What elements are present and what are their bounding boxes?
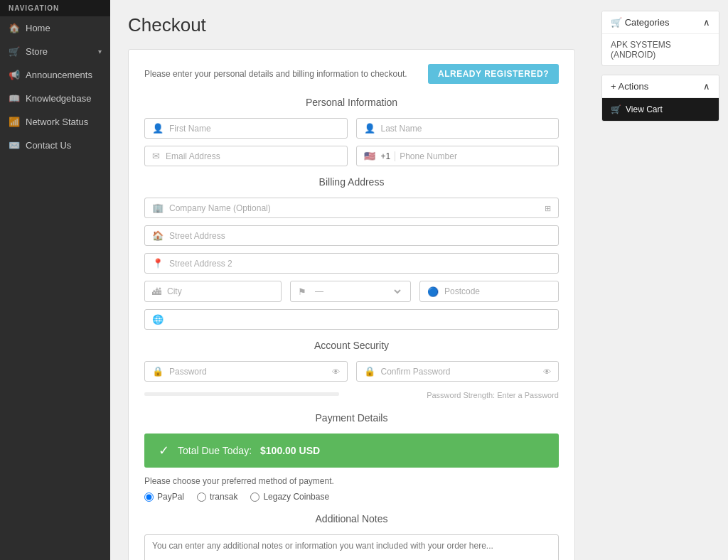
email-icon: ✉ xyxy=(152,151,160,161)
sidebar-nav-header: NAVIGATION xyxy=(0,0,110,16)
actions-widget-header: + Actions ∧ xyxy=(602,75,719,98)
collapse-icon[interactable]: ∧ xyxy=(703,17,710,28)
payment-methods-label: Please choose your preferred method of p… xyxy=(144,476,559,486)
state-select[interactable]: — xyxy=(312,286,403,297)
sidebar-item-label: Contact Us xyxy=(26,140,71,151)
country-group: 🌐 United States xyxy=(144,309,559,330)
password-row: 🔒 👁 🔒 👁 xyxy=(144,361,559,382)
postcode-input[interactable] xyxy=(444,286,551,296)
sidebar-item-store[interactable]: 🛒 Store ▾ xyxy=(0,40,110,63)
page-title: Checkout xyxy=(128,14,575,36)
paypal-radio[interactable] xyxy=(144,492,154,502)
announcements-icon: 📢 xyxy=(9,70,20,80)
flag-icon: 🇺🇸 xyxy=(364,151,375,161)
view-cart-button[interactable]: 🛒 View Cart xyxy=(602,98,719,121)
categories-widget: 🛒 Categories ∧ APK SYSTEMS (ANDROID) xyxy=(601,11,719,66)
dropdown-arrow-icon: ⊞ xyxy=(545,203,551,212)
first-name-input[interactable] xyxy=(169,124,340,134)
already-registered-button[interactable]: ALREADY REGISTERED? xyxy=(428,64,559,84)
additional-notes-textarea[interactable] xyxy=(144,534,559,560)
payment-methods: PayPal transak Legazy Coinbase xyxy=(144,492,559,502)
categories-widget-header: 🛒 Categories ∧ xyxy=(602,11,719,34)
street1-input[interactable] xyxy=(169,231,551,241)
account-security-title: Account Security xyxy=(144,340,559,351)
main-content: Checkout Please enter your personal deta… xyxy=(110,0,593,560)
transak-label: transak xyxy=(210,492,237,502)
country-input[interactable]: United States xyxy=(169,315,551,325)
collapse-icon-2[interactable]: ∧ xyxy=(703,81,710,92)
lock-icon-2: 🔒 xyxy=(364,366,375,377)
person-icon-2: 👤 xyxy=(364,123,375,134)
sidebar-item-knowledgebase[interactable]: 📖 Knowledgebase xyxy=(0,87,110,110)
lock-icon: 🔒 xyxy=(152,366,164,377)
city-input[interactable] xyxy=(167,286,274,296)
last-name-group: 👤 xyxy=(356,118,560,139)
categories-header-label: 🛒 Categories xyxy=(611,17,670,28)
plus-icon: + xyxy=(611,81,616,92)
password-toggle-button[interactable]: 👁 xyxy=(332,367,340,376)
legazy-option[interactable]: Legazy Coinbase xyxy=(250,492,329,502)
company-input[interactable] xyxy=(169,203,551,213)
sidebar-item-home[interactable]: 🏠 Home xyxy=(0,16,110,40)
confirm-password-group: 🔒 👁 xyxy=(356,361,560,382)
total-label: Total Due Today: xyxy=(178,445,252,456)
password-strength-bar xyxy=(144,392,339,396)
view-cart-label: View Cart xyxy=(626,104,663,114)
transak-option[interactable]: transak xyxy=(197,492,237,502)
state-group: ⚑ — xyxy=(290,281,411,302)
street2-input[interactable] xyxy=(169,259,551,269)
confirm-password-toggle-button[interactable]: 👁 xyxy=(543,367,551,376)
street2-row: 📍 xyxy=(144,253,559,274)
additional-notes-title: Additional Notes xyxy=(144,513,559,524)
sidebar-item-network-status[interactable]: 📶 Network Status xyxy=(0,110,110,134)
sidebar-item-label: Home xyxy=(26,23,50,33)
checkout-header: Please enter your personal details and b… xyxy=(144,64,559,84)
street-icon: 🏠 xyxy=(152,230,164,241)
category-item[interactable]: APK SYSTEMS (ANDROID) xyxy=(602,34,719,65)
phone-group: 🇺🇸 +1 xyxy=(356,146,560,166)
actions-widget: + Actions ∧ 🛒 View Cart xyxy=(601,75,719,122)
total-amount: $100.00 USD xyxy=(260,445,320,456)
password-group: 🔒 👁 xyxy=(144,361,348,382)
password-input[interactable] xyxy=(169,367,332,377)
legazy-label: Legazy Coinbase xyxy=(263,492,329,502)
city-state-row: 🏙 ⚑ — 🔵 xyxy=(144,281,559,302)
transak-radio[interactable] xyxy=(197,492,206,502)
legazy-radio[interactable] xyxy=(250,492,259,502)
actions-label: Actions xyxy=(619,81,649,92)
categories-label: Categories xyxy=(625,17,670,28)
checkmark-icon: ✓ xyxy=(159,443,169,458)
first-name-group: 👤 xyxy=(144,118,348,139)
billing-address-title: Billing Address xyxy=(144,176,559,188)
confirm-password-input[interactable] xyxy=(381,367,544,377)
street1-group: 🏠 xyxy=(144,225,559,246)
paypal-option[interactable]: PayPal xyxy=(144,492,184,502)
chevron-icon: ▾ xyxy=(98,48,102,55)
building-icon: 🏢 xyxy=(152,203,164,213)
phone-prefix: +1 xyxy=(381,151,396,161)
postcode-icon: 🔵 xyxy=(427,286,439,297)
cart-icon-2: 🛒 xyxy=(611,104,621,114)
contact-icon: ✉️ xyxy=(9,140,20,151)
country-row: 🌐 United States xyxy=(144,309,559,330)
phone-input[interactable] xyxy=(400,151,551,161)
last-name-input[interactable] xyxy=(381,124,552,134)
person-icon: 👤 xyxy=(152,123,164,134)
sidebar: NAVIGATION 🏠 Home 🛒 Store ▾ 📢 Announceme… xyxy=(0,0,110,560)
knowledgebase-icon: 📖 xyxy=(9,93,20,104)
right-sidebar: 🛒 Categories ∧ APK SYSTEMS (ANDROID) + A… xyxy=(593,0,728,560)
sidebar-item-announcements[interactable]: 📢 Announcements xyxy=(0,63,110,87)
email-input[interactable] xyxy=(166,151,340,161)
checkout-intro-text: Please enter your personal details and b… xyxy=(144,69,407,79)
sidebar-item-contact-us[interactable]: ✉️ Contact Us xyxy=(0,134,110,157)
cart-icon: 🛒 xyxy=(611,17,622,28)
paypal-label: PayPal xyxy=(157,492,184,502)
password-strength-text: Password Strength: Enter a Password xyxy=(427,391,559,399)
sidebar-item-label: Store xyxy=(26,46,48,57)
network-icon: 📶 xyxy=(9,117,20,127)
actions-header-label: + Actions xyxy=(611,81,648,92)
email-group: ✉ xyxy=(144,146,348,166)
store-icon: 🛒 xyxy=(9,46,20,57)
personal-info-title: Personal Information xyxy=(144,97,559,108)
sidebar-item-label: Knowledgebase xyxy=(26,93,92,104)
